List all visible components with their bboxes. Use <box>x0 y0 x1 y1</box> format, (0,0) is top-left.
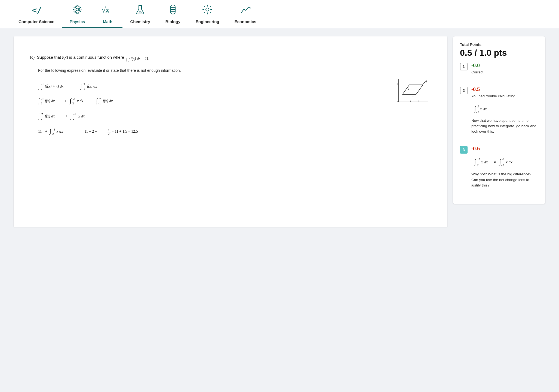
svg-text:-1: -1 <box>41 97 44 101</box>
svg-text:1: 1 <box>108 128 110 132</box>
nav-item-chemistry[interactable]: Chemistry <box>122 0 158 28</box>
svg-text:2: 2 <box>477 163 478 167</box>
rubric-followup-3: Why not? What is the big difference? Can… <box>471 172 538 188</box>
rubric-score-1: -0.0 <box>471 63 538 69</box>
score-panel: Total Points 0.5 / 1.0 pts 1 -0.0 Correc… <box>453 36 545 204</box>
svg-text:2: 2 <box>41 102 42 105</box>
problem-statement: (c) Suppose that f(x) is a continuous fu… <box>30 53 431 63</box>
svg-text:∫: ∫ <box>96 97 98 104</box>
nav-item-engineering[interactable]: Engineering <box>188 0 227 28</box>
svg-text:√x: √x <box>102 6 109 14</box>
svg-point-6 <box>141 12 142 13</box>
math-icon: √x <box>102 4 113 16</box>
svg-text:∫: ∫ <box>38 113 40 120</box>
rubric-content-3: -0.5 ∫ -1 2 x dx ≠ ∫ 2 -1 x dx Why <box>471 146 538 190</box>
svg-text:+: + <box>45 129 47 133</box>
chemistry-label: Chemistry <box>130 19 150 27</box>
nav-item-economics[interactable]: Economics <box>227 0 264 28</box>
svg-text:x dx: x dx <box>505 160 512 164</box>
svg-text:7: 7 <box>99 97 101 101</box>
rubric-item-3: 3 -0.5 ∫ -1 2 x dx ≠ ∫ 2 -1 x dx <box>460 146 538 190</box>
rubric-number-3: 3 <box>460 146 468 154</box>
svg-text:∫: ∫ <box>80 83 82 90</box>
svg-text:-1: -1 <box>73 97 75 101</box>
svg-text:+: + <box>75 84 77 88</box>
svg-text:-1: -1 <box>397 100 399 103</box>
economics-icon <box>240 4 251 16</box>
navigation-bar: </> Computer Science Physics √x <box>0 0 559 28</box>
rubric-number-2: 2 <box>460 87 468 94</box>
svg-text:2: 2 <box>73 117 75 120</box>
graph-sketch: -1 1 2 2 2 -1 <box>393 77 431 108</box>
svg-text:2: 2 <box>52 132 54 135</box>
svg-text:11: 11 <box>38 129 42 133</box>
rubric-score-3: -0.5 <box>471 146 538 152</box>
svg-text:2: 2 <box>72 102 74 105</box>
rubric-feedback-2: You had trouble calculating <box>471 94 538 99</box>
svg-text:f(x) dx = 11.: f(x) dx = 11. <box>131 57 149 61</box>
divider-1 <box>460 83 538 83</box>
svg-text:≠: ≠ <box>494 159 496 164</box>
economics-label: Economics <box>234 19 256 27</box>
svg-text:-1: -1 <box>41 83 44 86</box>
work-row-2: ∫ -1 2 f(x) dx + ∫ -1 2 x dx + ∫ 7 -1 f(… <box>38 94 431 105</box>
svg-text:x dx: x dx <box>56 129 63 133</box>
student-work: -1 1 2 2 2 -1 ∫ -1 <box>38 79 431 136</box>
svg-text:2: 2 <box>408 88 409 90</box>
cs-label: Computer Science <box>19 19 54 27</box>
svg-text:f(x) dx: f(x) dx <box>103 99 113 103</box>
svg-text:11 + 2 −: 11 + 2 − <box>84 129 97 133</box>
svg-text:</>: </> <box>32 5 42 15</box>
svg-text:x dx: x dx <box>481 160 488 164</box>
rubric-item-1: 1 -0.0 Correct <box>460 63 538 77</box>
svg-text:-1: -1 <box>476 110 479 114</box>
physics-icon <box>72 4 82 16</box>
svg-marker-24 <box>403 85 423 94</box>
svg-text:7: 7 <box>84 83 85 86</box>
work-row-3: ∫ 7 2 f(x) dx + ∫ -1 2 x dx <box>38 109 431 121</box>
svg-text:7: 7 <box>129 56 130 59</box>
svg-text:2: 2 <box>41 117 42 120</box>
problem-paper: (c) Suppose that f(x) is a continuous fu… <box>14 36 447 227</box>
svg-text:1: 1 <box>410 100 411 103</box>
svg-text:x dx: x dx <box>77 99 84 103</box>
svg-text:f(x) dx: f(x) dx <box>45 99 55 103</box>
problem-part: (c) <box>30 55 36 60</box>
svg-text:-1: -1 <box>82 87 85 90</box>
svg-text:2: 2 <box>41 87 42 90</box>
svg-text:(f(x) + x) dx: (f(x) + x) dx <box>45 84 64 89</box>
svg-text:∫: ∫ <box>69 97 72 104</box>
svg-text:∫: ∫ <box>38 97 40 104</box>
total-points-value: 0.5 / 1.0 pts <box>460 48 538 58</box>
svg-text:+: + <box>64 99 67 103</box>
svg-point-1 <box>76 8 79 11</box>
biology-label: Biology <box>165 19 180 27</box>
svg-point-11 <box>206 8 209 11</box>
rubric-followup-2: Now that we have spent some time practic… <box>471 118 538 135</box>
svg-text:2: 2 <box>108 132 110 135</box>
svg-text:-1: -1 <box>53 128 55 131</box>
rubric-feedback-1: Correct <box>471 70 538 75</box>
svg-point-5 <box>139 11 141 13</box>
biology-icon <box>168 4 178 16</box>
nav-items-list: </> Computer Science Physics √x <box>11 0 548 28</box>
svg-text:-1: -1 <box>501 163 504 167</box>
nav-item-cs[interactable]: </> Computer Science <box>11 0 62 28</box>
rubric-math-3: ∫ -1 2 x dx ≠ ∫ 2 -1 x dx <box>474 154 538 169</box>
svg-text:2: 2 <box>477 104 479 108</box>
work-row-1: ∫ -1 2 (f(x) + x) dx + ∫ 7 -1 f(x) dx <box>38 79 431 90</box>
svg-text:∫: ∫ <box>38 83 40 90</box>
nav-item-math[interactable]: √x Math <box>93 0 122 28</box>
svg-text:7: 7 <box>41 113 43 116</box>
engineering-label: Engineering <box>196 19 219 27</box>
work-row-4: 11 + ∫ -1 2 x dx 11 + 2 − 1 2 = 11 + 1.5… <box>38 125 431 136</box>
svg-text:+: + <box>91 99 93 103</box>
rubric-math-2: ∫ 2 -1 x dx <box>474 101 538 115</box>
rubric-score-2: -0.5 <box>471 87 538 92</box>
svg-text:2: 2 <box>502 157 504 161</box>
rubric-number-1: 1 <box>460 63 468 70</box>
svg-text:-1: -1 <box>98 102 101 105</box>
svg-text:-1: -1 <box>73 113 76 116</box>
nav-item-physics[interactable]: Physics <box>62 0 93 28</box>
nav-item-biology[interactable]: Biology <box>158 0 188 28</box>
